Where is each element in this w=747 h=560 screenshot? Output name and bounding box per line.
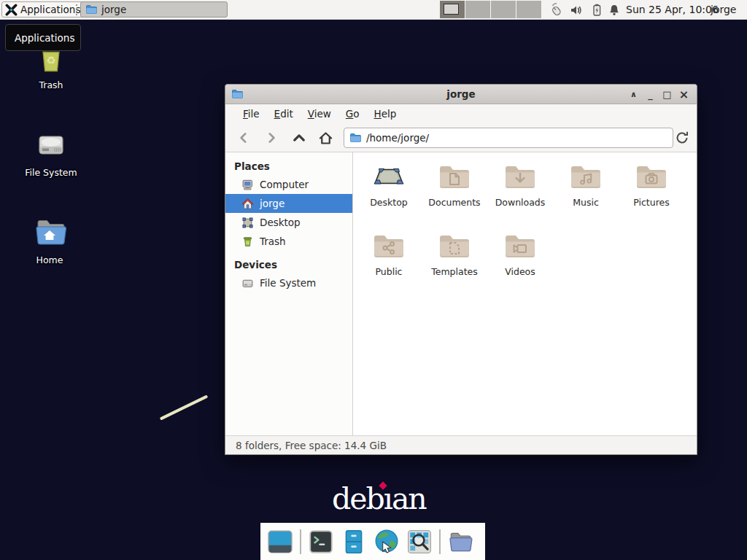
battery-charging-icon[interactable] [590,3,604,17]
taskbar-window-button[interactable]: jorge [80,1,228,18]
folder-public-icon [371,229,406,264]
file-item-templates[interactable]: Templates [422,229,487,298]
file-item-public[interactable]: Public [356,229,422,298]
desktop-place-icon [241,217,254,229]
window-content: Places Computer [225,152,697,437]
panel-clock[interactable]: Sun 25 Apr, 10:06 [626,0,719,20]
file-cabinet-icon[interactable] [341,529,367,555]
sidebar-item-label: Computer [260,179,309,190]
file-manager-window: jorge ∧ _ □ × File Edit View Go Help [225,84,697,455]
volume-icon[interactable] [570,4,584,18]
statusbar: 8 folders, Free space: 14.4 GiB [225,435,697,454]
workspace-pager[interactable] [440,1,542,18]
applications-tooltip: Applications [5,24,81,51]
statusbar-text: 8 folders, Free space: 14.4 GiB [236,440,387,451]
taskbar-window-label: jorge [101,4,126,15]
mouse-icon[interactable] [549,3,563,17]
desktop-icon-file-system[interactable]: File System [16,128,86,178]
file-item-label: Music [573,197,599,208]
notifications-bell-icon[interactable] [608,3,622,17]
file-item-label: Templates [431,266,478,277]
home-button[interactable] [316,129,335,147]
web-browser-icon[interactable] [374,529,400,555]
home-folder-icon [32,215,67,250]
tooltip-text: Applications [15,32,74,44]
window-titlebar[interactable]: jorge ∧ _ □ × [225,85,697,104]
file-item-label: Public [376,266,403,277]
sidebar-item-desktop[interactable]: Desktop [225,213,352,232]
sidebar-item-label: Trash [260,236,286,247]
up-button[interactable] [290,129,309,147]
back-button[interactable] [234,129,253,147]
path-input[interactable]: /home/jorge/ [344,128,673,148]
home-directory-icon[interactable] [447,529,473,555]
maximize-button[interactable]: □ [659,89,676,100]
sidebar: Places Computer [225,152,353,437]
folder-downloads-icon [503,160,538,195]
folder-pictures-icon [634,160,669,195]
sidebar-item-label: File System [260,277,316,289]
drive-small-icon [241,277,254,289]
dock-separator [300,529,301,554]
workspace-window-thumb [444,4,459,15]
desktop-icon-home[interactable]: Home [15,215,85,265]
path-folder-icon [349,132,361,144]
sidebar-item-jorge[interactable]: jorge [225,194,352,213]
file-item-label: Videos [505,266,535,277]
menu-file[interactable]: File [236,106,267,122]
reload-button[interactable] [675,131,689,145]
sidebar-item-file-system[interactable]: File System [225,273,352,292]
desktop-icon-label: Home [15,254,85,265]
workspace-1[interactable] [440,1,465,18]
sidebar-item-trash[interactable]: ♻ Trash [225,232,352,251]
folder-icon [85,4,97,15]
menu-help[interactable]: Help [367,106,404,122]
file-item-pictures[interactable]: Pictures [619,160,684,229]
top-panel: Applications jorge [0,0,747,20]
workspace-4[interactable] [516,1,542,18]
computer-icon [241,179,254,191]
file-item-desktop[interactable]: Desktop [356,160,422,229]
menu-edit[interactable]: Edit [267,106,301,122]
menubar: File Edit View Go Help [225,104,697,123]
panel-handle[interactable] [76,4,78,15]
file-item-label: Documents [428,197,480,208]
home-icon [241,198,254,210]
debian-logo-text2: an [392,481,426,516]
file-item-music[interactable]: Music [553,160,619,229]
sidebar-item-computer[interactable]: Computer [225,175,352,194]
desktop-icon-label: Trash [16,79,86,90]
menu-go[interactable]: Go [338,106,367,122]
forward-button[interactable] [262,129,281,147]
menu-view[interactable]: View [301,106,338,122]
applications-menu-button[interactable]: Applications [1,1,87,18]
workspace-2[interactable] [465,1,491,18]
terminal-emulator-icon[interactable] [308,529,334,555]
panel-username[interactable]: jorge [711,0,736,20]
workspace-3[interactable] [491,1,516,18]
folder-music-icon [568,160,603,195]
file-item-documents[interactable]: Documents [422,160,487,229]
sidebar-item-label: jorge [260,198,285,209]
file-item-label: Desktop [370,197,408,208]
debian-logo: debıan [332,481,434,516]
path-text: /home/jorge/ [366,132,429,144]
file-item-downloads[interactable]: Downloads [487,160,553,229]
dock-separator [439,529,441,554]
svg-text:♻: ♻ [246,241,249,245]
sidebar-item-label: Desktop [260,217,301,228]
folder-templates-icon [437,229,472,264]
close-button[interactable]: × [676,88,692,101]
show-desktop-icon[interactable] [267,529,293,555]
minimize-button[interactable]: _ [642,92,659,98]
svg-text:♻: ♻ [46,54,55,67]
folder-videos-icon [503,229,538,264]
application-finder-icon[interactable] [406,529,433,555]
file-item-videos[interactable]: Videos [487,229,553,298]
window-folder-icon [231,88,243,100]
sidebar-header-places: Places [225,158,352,175]
toolbar: /home/jorge/ [225,123,697,152]
desktop-special-icon [371,160,406,195]
shade-button[interactable]: ∧ [625,90,642,99]
desktop-icon-label: File System [16,167,86,178]
